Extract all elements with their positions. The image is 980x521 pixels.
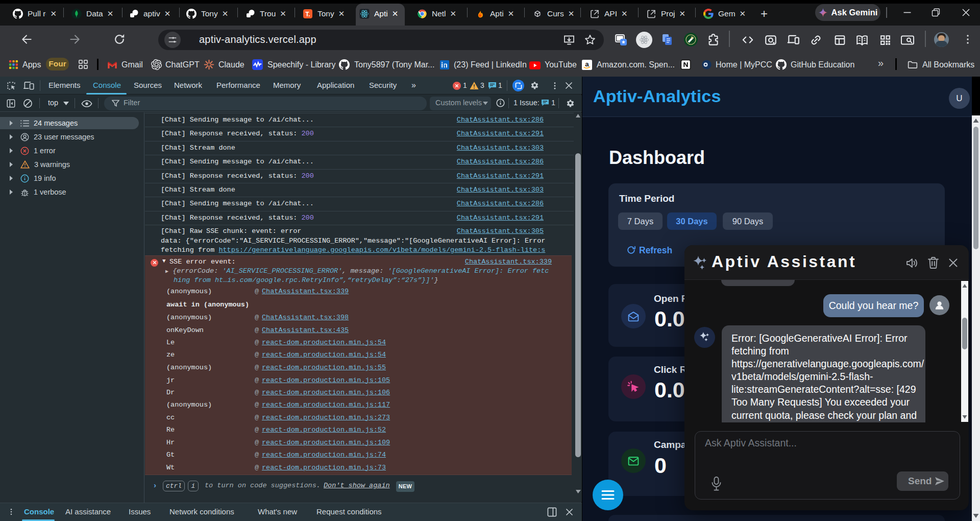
svg-text:a: a: [585, 60, 589, 68]
svg-text:T.: T.: [305, 10, 310, 17]
